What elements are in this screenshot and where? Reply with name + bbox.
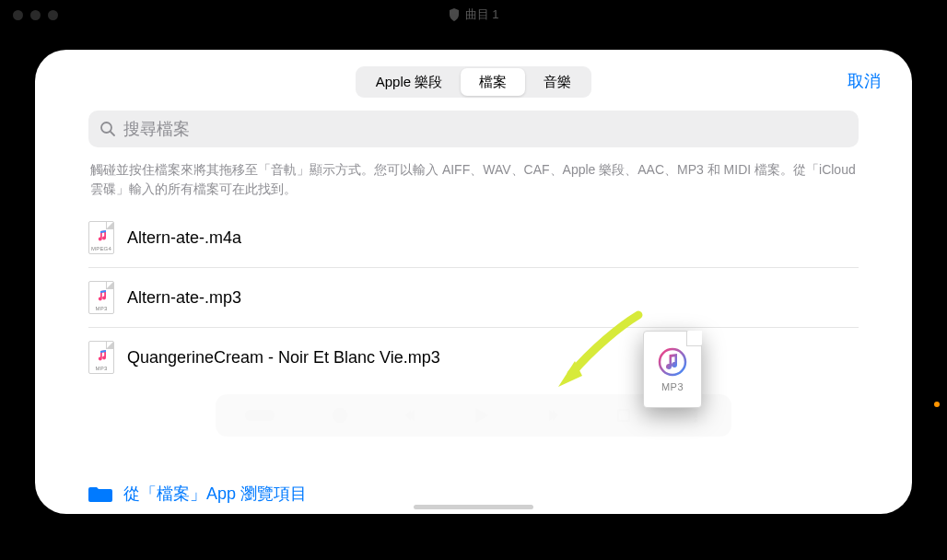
window-titlebar: 曲目 1 xyxy=(0,0,947,29)
file-ext-label: MP3 xyxy=(89,306,113,311)
svg-point-11 xyxy=(694,419,697,423)
svg-rect-9 xyxy=(618,410,629,421)
audio-file-icon: MP3 xyxy=(88,281,114,314)
svg-point-0 xyxy=(101,122,111,133)
file-list: MPEG4 Altern-ate-.m4a MP3 Altern-ate-.mp… xyxy=(88,208,859,387)
import-sheet: Apple 樂段 檔案 音樂 取消 觸碰並按住檔案來將其拖移至「音軌」顯示方式。… xyxy=(35,50,912,514)
zoom-dot[interactable] xyxy=(48,10,58,20)
browse-label: 從「檔案」App 瀏覽項目 xyxy=(123,483,307,505)
cancel-button[interactable]: 取消 xyxy=(848,70,881,92)
close-dot[interactable] xyxy=(13,10,23,20)
svg-line-1 xyxy=(111,132,114,135)
audio-file-icon: MP3 xyxy=(88,341,114,374)
drag-ghost-ext: MP3 xyxy=(661,381,684,392)
tab-label: 音樂 xyxy=(544,74,571,91)
svg-marker-6 xyxy=(475,408,488,423)
file-row[interactable]: MP3 QuangerineCream - Noir Et Blanc Vie.… xyxy=(88,328,859,387)
file-ext-label: MPEG4 xyxy=(89,246,113,251)
search-input[interactable] xyxy=(123,120,848,139)
file-name: Altern-ate-.mp3 xyxy=(127,288,241,308)
sheet-content: 觸碰並按住檔案來將其拖移至「音軌」顯示方式。您可以輸入 AIFF、WAV、CAF… xyxy=(35,107,912,387)
svg-point-3 xyxy=(333,408,347,423)
file-name: Altern-ate-.m4a xyxy=(127,228,241,248)
tab-label: 檔案 xyxy=(479,74,507,91)
svg-rect-10 xyxy=(694,409,697,418)
file-name: QuangerineCream - Noir Et Blanc Vie.mp3 xyxy=(127,348,440,368)
traffic-lights[interactable] xyxy=(13,10,58,20)
hint-text: 觸碰並按住檔案來將其拖移至「音軌」顯示方式。您可以輸入 AIFF、WAV、CAF… xyxy=(90,160,857,199)
search-icon xyxy=(99,121,116,137)
file-ext-label: MP3 xyxy=(89,366,113,371)
source-segmented-control: Apple 樂段 檔案 音樂 xyxy=(356,66,592,98)
svg-point-12 xyxy=(660,349,685,375)
music-note-icon xyxy=(657,346,688,378)
sheet-topbar: Apple 樂段 檔案 音樂 取消 xyxy=(35,50,912,107)
shield-icon xyxy=(449,8,460,21)
search-bar[interactable] xyxy=(88,111,859,147)
window-title: 曲目 1 xyxy=(465,6,499,23)
dragged-file-ghost[interactable]: MP3 xyxy=(643,331,702,408)
svg-rect-2 xyxy=(245,410,275,421)
tab-label: Apple 樂段 xyxy=(376,74,443,91)
file-row[interactable]: MPEG4 Altern-ate-.m4a xyxy=(88,208,859,268)
audio-file-icon: MPEG4 xyxy=(88,221,114,254)
tab-music[interactable]: 音樂 xyxy=(525,68,590,96)
browse-files-app-button[interactable]: 從「檔案」App 瀏覽項目 xyxy=(88,483,307,505)
minimize-dot[interactable] xyxy=(30,10,41,20)
tab-files[interactable]: 檔案 xyxy=(461,68,525,96)
tab-apple-loops[interactable]: Apple 樂段 xyxy=(357,68,462,96)
svg-marker-5 xyxy=(405,410,411,421)
recording-indicator-dot xyxy=(934,402,940,407)
folder-icon xyxy=(88,484,112,503)
home-indicator xyxy=(414,505,533,509)
svg-marker-8 xyxy=(553,410,558,421)
file-row[interactable]: MP3 Altern-ate-.mp3 xyxy=(88,268,859,328)
